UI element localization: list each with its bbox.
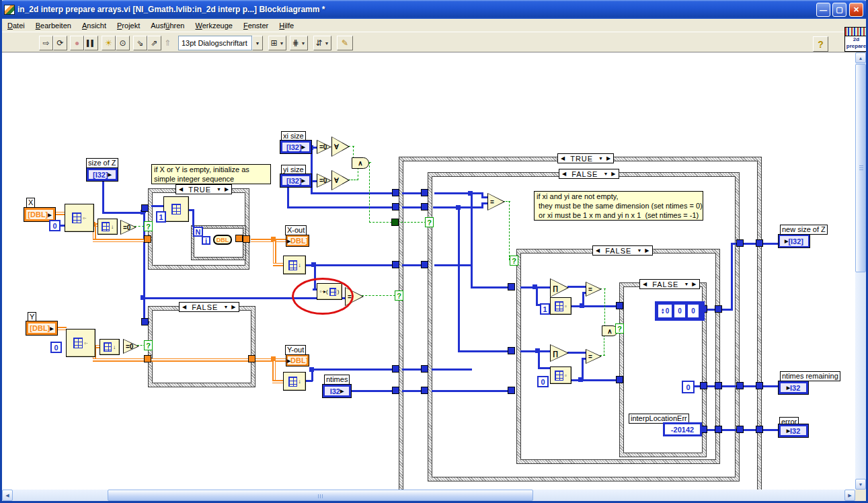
wire-dbl-array[interactable]: [93, 239, 146, 242]
case-question-innermost[interactable]: ?: [615, 323, 624, 334]
ntimes-remaining-terminal[interactable]: ▶I32: [779, 381, 808, 394]
array-size-node-x[interactable]: ↓: [97, 219, 118, 235]
case-question-true-left[interactable]: ?: [144, 221, 153, 231]
resize-objects-dropdown[interactable]: ⇵▼: [313, 36, 331, 50]
comment-xy-empty[interactable]: if X or Y is empty, initialize as simple…: [151, 164, 271, 184]
tunnel[interactable]: [141, 204, 149, 212]
tunnel[interactable]: [141, 318, 149, 325]
to-double-node[interactable]: DBL: [213, 235, 232, 245]
menu-item-hilfe[interactable]: Hilfe: [274, 20, 299, 31]
menu-item-ausfhren[interactable]: Ausführen: [145, 20, 190, 31]
highlight-execution-button[interactable]: ☀: [102, 36, 116, 50]
array-size-node-yout[interactable]: ↓: [283, 372, 306, 391]
tunnel[interactable]: [736, 426, 744, 433]
cleanup-diagram-button[interactable]: ✎: [337, 36, 353, 50]
horizontal-scroll-thumb[interactable]: [108, 490, 533, 501]
x-terminal[interactable]: [DBL]▶: [24, 208, 55, 221]
wire-junction[interactable]: [535, 348, 540, 353]
wire-boolean[interactable]: [509, 201, 510, 260]
constant-zero-third-case[interactable]: 0: [537, 376, 549, 387]
case-question-false-left[interactable]: ?: [144, 340, 153, 350]
wire-i32[interactable]: [742, 385, 757, 387]
wire-i32[interactable]: [481, 196, 488, 198]
wire-i32[interactable]: [434, 192, 483, 194]
wire-i32[interactable]: [762, 243, 779, 245]
array-size-node-xout[interactable]: ↓: [283, 256, 306, 274]
tunnel[interactable]: [421, 365, 428, 373]
menu-item-fenster[interactable]: Fenster: [238, 20, 274, 31]
wire-i32[interactable]: [311, 192, 397, 194]
array-constant[interactable]: ▲▼0 0 0: [655, 301, 705, 321]
wire-i32[interactable]: [567, 286, 586, 288]
tunnel[interactable]: [736, 382, 744, 389]
tunnel[interactable]: [508, 347, 515, 354]
tunnel[interactable]: [392, 365, 399, 373]
case-structure-false-left[interactable]: [148, 306, 255, 387]
wire-i32[interactable]: [471, 286, 512, 288]
wire-i32[interactable]: [287, 206, 397, 208]
tunnel[interactable]: [756, 426, 763, 433]
wire-i32[interactable]: [311, 147, 313, 194]
menu-item-bearbeiten[interactable]: Bearbeiten: [30, 20, 77, 31]
loop-iteration-terminal[interactable]: i: [202, 236, 210, 245]
close-button[interactable]: ✕: [849, 3, 863, 17]
block-diagram[interactable]: ◀TRUE▼▶ ◀FALSE▼▶ ◀TRUE▼▶ ◀FALSE▼▶ ◀FALSE…: [2, 52, 855, 490]
index-array-node-third-upper[interactable]: ▫: [550, 297, 571, 315]
wire-boolean[interactable]: [358, 167, 358, 180]
context-help-button[interactable]: ?: [813, 36, 828, 52]
loop-count-terminal[interactable]: N: [193, 227, 203, 237]
index-array-node-x[interactable]: ▫·: [65, 204, 94, 232]
constant-one-third-case[interactable]: 1: [540, 303, 550, 315]
tunnel[interactable]: [248, 355, 255, 362]
step-out-button[interactable]: ⇑: [161, 36, 173, 50]
tunnel[interactable]: [392, 261, 399, 268]
y-out-terminal[interactable]: ▶DBL]: [286, 355, 309, 366]
wire-junction[interactable]: [456, 205, 461, 210]
constant-one-true-case[interactable]: 1: [156, 211, 166, 223]
wire-boolean[interactable]: [401, 222, 426, 223]
wire-i32[interactable]: [481, 202, 488, 204]
wire-dbl-array[interactable]: [272, 380, 284, 383]
and-array-elements-node-yi[interactable]: ∀: [331, 170, 350, 190]
index-array-node-true-case[interactable]: [163, 196, 189, 222]
wire-i32[interactable]: [432, 390, 512, 392]
pause-button[interactable]: ▌▌: [84, 36, 98, 50]
distribute-objects-dropdown[interactable]: ⋕▼: [290, 36, 308, 50]
case-selector-third[interactable]: ◀FALSE▼▶: [592, 245, 653, 256]
wire-junction[interactable]: [271, 356, 276, 361]
wire-i32[interactable]: [102, 212, 145, 214]
wire-i32[interactable]: [151, 205, 164, 207]
error-terminal[interactable]: ▶I32: [779, 424, 808, 437]
wire-i32[interactable]: [582, 358, 586, 360]
menu-item-datei[interactable]: Datei: [2, 20, 30, 31]
tunnel[interactable]: [616, 376, 623, 383]
equal-zero-node-xi[interactable]: =0: [317, 140, 331, 154]
font-selector[interactable]: 13pt Dialogschriftart: [178, 36, 252, 50]
wire-boolean[interactable]: [362, 295, 395, 296]
tunnel[interactable]: [421, 387, 428, 394]
x-out-terminal[interactable]: ▶DBL]: [286, 235, 309, 246]
tunnel[interactable]: [392, 189, 399, 196]
wire-i32[interactable]: [102, 180, 104, 212]
wire-i32[interactable]: [432, 369, 472, 371]
tunnel[interactable]: [700, 382, 707, 389]
tunnel[interactable]: [715, 305, 722, 313]
wire-i32[interactable]: [721, 429, 738, 431]
case-selector-outer[interactable]: ◀TRUE▼▶: [557, 153, 614, 163]
boolean-tunnel[interactable]: [391, 219, 399, 226]
constant-zero-x[interactable]: 0: [49, 220, 61, 231]
tunnel[interactable]: [756, 382, 763, 389]
tunnel[interactable]: [508, 387, 515, 394]
index-array-node-third-lower[interactable]: ▫: [550, 366, 571, 384]
vertical-scroll-thumb[interactable]: [855, 64, 866, 272]
case-question-third[interactable]: ?: [510, 256, 518, 266]
vertical-scrollbar[interactable]: ▲ ▼: [855, 52, 866, 490]
wire-i32[interactable]: [536, 286, 551, 288]
run-continuous-button[interactable]: ⟳: [53, 36, 67, 50]
y-terminal[interactable]: [DBL]▶: [26, 321, 57, 335]
scroll-up-button[interactable]: ▲: [855, 52, 866, 63]
wire-dbl-array[interactable]: [93, 358, 146, 362]
scroll-right-button[interactable]: ▶: [844, 490, 855, 501]
loop-output-tunnel[interactable]: [235, 235, 243, 242]
equal-zero-node-yi[interactable]: =0: [317, 173, 331, 188]
